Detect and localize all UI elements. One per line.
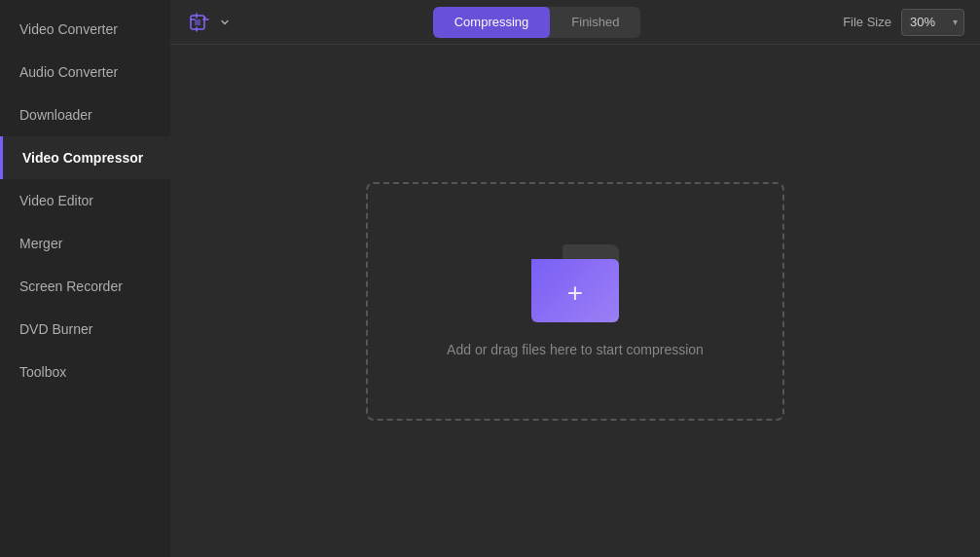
sidebar-item-screen-recorder[interactable]: Screen Recorder [0,265,170,308]
file-size-select[interactable]: 10% 20% 30% 40% 50% 60% 70% 80% 90% [901,9,964,36]
sidebar-item-merger[interactable]: Merger [0,222,170,265]
tab-finished[interactable]: Finished [550,7,640,38]
drop-zone-text: Add or drag files here to start compress… [447,342,704,357]
dropdown-arrow-icon[interactable] [219,17,231,28]
sidebar-item-video-converter[interactable]: Video Converter [0,8,170,51]
sidebar-item-toolbox[interactable]: Toolbox [0,351,170,393]
topbar-left [186,9,231,36]
file-size-bar: File Size 10% 20% 30% 40% 50% 60% 70% 80… [843,9,964,36]
file-size-select-wrapper: 10% 20% 30% 40% 50% 60% 70% 80% 90% ▾ [901,9,964,36]
tab-switcher: Compressing Finished [433,7,641,38]
sidebar-item-video-editor[interactable]: Video Editor [0,179,170,222]
sidebar-item-dvd-burner[interactable]: DVD Burner [0,308,170,351]
compress-icon [186,9,213,36]
sidebar-item-downloader[interactable]: Downloader [0,93,170,136]
sidebar-item-video-compressor[interactable]: Video Compressor [0,136,170,179]
folder-icon: + [531,244,619,322]
drop-zone[interactable]: + Add or drag files here to start compre… [366,182,784,421]
sidebar: Video ConverterAudio ConverterDownloader… [0,0,170,557]
main-content: Compressing Finished File Size 10% 20% 3… [170,0,980,557]
tab-compressing[interactable]: Compressing [433,7,551,38]
content-area: + Add or drag files here to start compre… [170,45,980,557]
file-size-label: File Size [843,15,891,29]
folder-plus-icon: + [567,279,583,307]
sidebar-item-audio-converter[interactable]: Audio Converter [0,51,170,93]
topbar: Compressing Finished File Size 10% 20% 3… [170,0,980,45]
folder-front: + [531,259,619,322]
